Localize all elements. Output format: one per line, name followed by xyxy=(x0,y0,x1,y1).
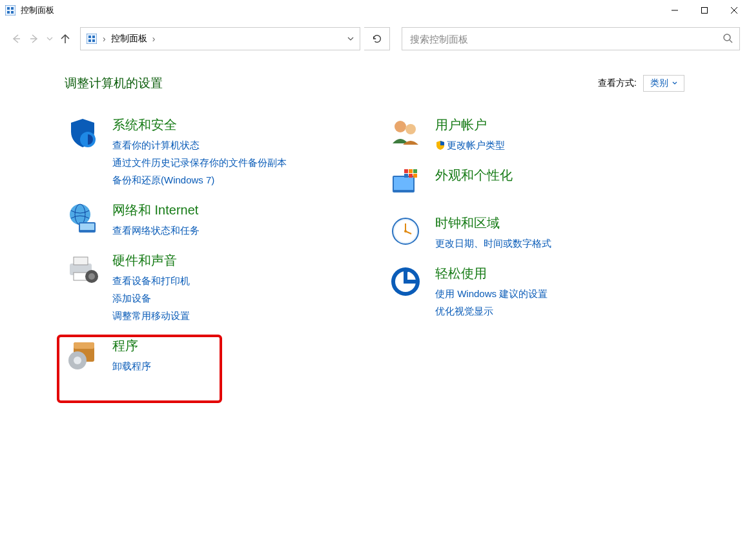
breadcrumb-sep-icon: › xyxy=(99,34,110,44)
svg-rect-3 xyxy=(7,11,10,14)
shield-icon xyxy=(65,115,101,151)
category-link[interactable]: 查看你的计算机状态 xyxy=(112,136,287,154)
view-by-value: 类别 xyxy=(650,78,668,89)
svg-rect-37 xyxy=(404,169,408,173)
ease-of-access-icon xyxy=(387,264,424,300)
category-link[interactable]: 备份和还原(Windows 7) xyxy=(112,171,287,189)
category-link[interactable]: 使用 Windows 建议的设置 xyxy=(435,285,548,302)
category-title[interactable]: 时钟和区域 xyxy=(435,214,551,232)
svg-rect-25 xyxy=(74,257,88,265)
category-system-security: 系统和安全 查看你的计算机状态 通过文件历史记录保存你的文件备份副本 备份和还原… xyxy=(65,115,362,189)
category-link[interactable]: 优化视觉显示 xyxy=(435,302,548,320)
svg-rect-4 xyxy=(11,11,14,14)
forward-button[interactable] xyxy=(27,32,41,46)
svg-rect-12 xyxy=(87,34,97,44)
address-icon xyxy=(81,34,99,44)
svg-rect-36 xyxy=(394,177,413,190)
back-button[interactable] xyxy=(9,32,23,46)
svg-point-20 xyxy=(70,204,90,225)
search-box[interactable] xyxy=(402,27,740,50)
svg-rect-6 xyxy=(702,8,708,14)
address-dropdown-button[interactable] xyxy=(342,35,360,43)
view-by-select[interactable]: 类别 xyxy=(643,75,684,92)
category-link[interactable]: 查看网络状态和任务 xyxy=(112,222,200,239)
breadcrumb-root[interactable]: 控制面板 xyxy=(110,33,149,45)
svg-point-17 xyxy=(724,34,730,41)
category-link[interactable]: 添加设备 xyxy=(112,289,190,307)
window-controls xyxy=(660,0,749,21)
refresh-button[interactable] xyxy=(364,27,390,50)
titlebar: 控制面板 xyxy=(0,0,749,21)
close-button[interactable] xyxy=(719,0,749,21)
category-title[interactable]: 硬件和声音 xyxy=(112,252,190,269)
category-link[interactable]: 更改帐户类型 xyxy=(435,136,505,154)
category-link[interactable]: 查看设备和打印机 xyxy=(112,272,190,289)
svg-rect-16 xyxy=(92,39,95,42)
highlight-annotation xyxy=(57,335,222,403)
svg-rect-1 xyxy=(7,7,10,10)
page-title: 调整计算机的设置 xyxy=(65,75,163,92)
address-bar[interactable]: › 控制面板 › xyxy=(80,27,360,50)
navigation-bar: › 控制面板 › xyxy=(0,21,749,57)
svg-rect-13 xyxy=(88,36,91,38)
minimize-button[interactable] xyxy=(660,0,690,21)
window-title: 控制面板 xyxy=(21,5,54,16)
clock-icon xyxy=(387,213,424,249)
chevron-down-icon xyxy=(672,81,677,86)
view-by: 查看方式: 类别 xyxy=(598,75,684,92)
svg-rect-42 xyxy=(413,174,417,178)
search-input[interactable] xyxy=(409,33,723,45)
globe-icon xyxy=(65,200,101,236)
category-title[interactable]: 外观和个性化 xyxy=(435,167,513,184)
svg-rect-41 xyxy=(409,174,413,178)
category-ease-of-access: 轻松使用 使用 Windows 建议的设置 优化视觉显示 xyxy=(387,264,684,320)
svg-rect-38 xyxy=(409,169,413,173)
printer-icon xyxy=(65,251,101,287)
category-link[interactable]: 调整常用移动设置 xyxy=(112,307,190,324)
svg-rect-2 xyxy=(11,7,14,10)
category-title[interactable]: 轻松使用 xyxy=(435,265,548,282)
category-title[interactable]: 网络和 Internet xyxy=(112,202,200,219)
svg-rect-39 xyxy=(413,169,417,173)
svg-line-18 xyxy=(730,40,732,43)
search-icon xyxy=(723,33,733,45)
category-network-internet: 网络和 Internet 查看网络状态和任务 xyxy=(65,200,362,239)
recent-locations-button[interactable] xyxy=(45,32,54,46)
breadcrumb-sep-icon: › xyxy=(149,34,159,44)
users-icon xyxy=(387,115,424,151)
category-column-right: 用户帐户 更改帐户类型 xyxy=(387,115,684,386)
maximize-button[interactable] xyxy=(690,0,719,21)
svg-point-34 xyxy=(405,124,416,134)
svg-rect-0 xyxy=(5,5,15,16)
category-user-accounts: 用户帐户 更改帐户类型 xyxy=(387,115,684,154)
svg-rect-15 xyxy=(88,39,91,42)
svg-point-28 xyxy=(88,273,95,280)
svg-point-33 xyxy=(395,121,406,132)
view-by-label: 查看方式: xyxy=(598,78,637,89)
category-hardware-sound: 硬件和声音 查看设备和打印机 添加设备 调整常用移动设置 xyxy=(65,251,362,324)
svg-rect-23 xyxy=(80,223,94,230)
category-link[interactable]: 通过文件历史记录保存你的文件备份副本 xyxy=(112,154,287,171)
category-link[interactable]: 更改日期、时间或数字格式 xyxy=(435,234,551,252)
appearance-icon xyxy=(387,165,424,202)
app-icon xyxy=(5,5,15,16)
category-clock-region: 时钟和区域 更改日期、时间或数字格式 xyxy=(387,213,684,252)
category-title[interactable]: 系统和安全 xyxy=(112,116,287,134)
up-button[interactable] xyxy=(58,32,72,46)
category-title[interactable]: 用户帐户 xyxy=(435,116,505,134)
uac-shield-icon xyxy=(435,138,446,149)
svg-rect-40 xyxy=(404,174,408,178)
category-appearance: 外观和个性化 xyxy=(387,165,684,202)
svg-point-47 xyxy=(404,230,407,233)
svg-rect-14 xyxy=(92,36,95,38)
